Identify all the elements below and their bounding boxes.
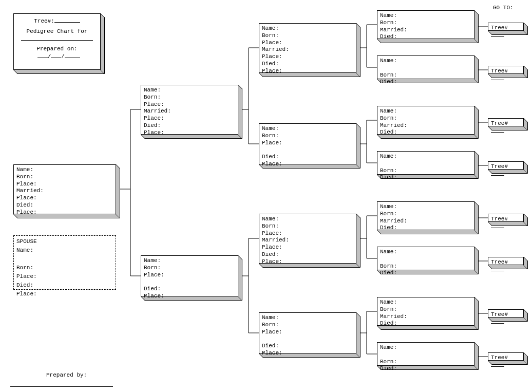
tl8-label: Tree# bbox=[491, 25, 508, 31]
p12-born: Born: bbox=[380, 211, 397, 217]
p6-place2: Place: bbox=[262, 244, 282, 250]
p12-name: Name: bbox=[380, 203, 397, 210]
tl9-label: Tree# bbox=[491, 68, 508, 74]
p3-place2: Place: bbox=[144, 293, 164, 299]
p7-name: Name: bbox=[262, 314, 279, 321]
p10-name: Name: bbox=[380, 108, 397, 114]
tree-link-10: Tree# bbox=[488, 118, 524, 126]
p2-place3: Place: bbox=[144, 129, 164, 136]
person-4-box: Name: Born: Place: Married: Place: Died:… bbox=[259, 23, 356, 73]
person-8-box: Name: Born: Married: Died: bbox=[377, 10, 474, 39]
p4-place3: Place: bbox=[262, 68, 282, 74]
p1-name: Name: bbox=[16, 166, 33, 173]
p4-place2: Place: bbox=[262, 53, 282, 60]
p5-name: Name: bbox=[262, 125, 279, 132]
date-sep-2: / bbox=[61, 53, 65, 60]
p4-born: Born: bbox=[262, 32, 279, 39]
tree-number-label: Tree#: bbox=[34, 18, 54, 24]
p8-name: Name: bbox=[380, 12, 397, 18]
tree-link-9: Tree# bbox=[488, 66, 524, 74]
person-3-box: Name: Born: Place: Died: Place: bbox=[141, 255, 238, 296]
p8-born: Born: bbox=[380, 20, 397, 26]
goto-label: GO TO: bbox=[493, 4, 514, 11]
p6-born: Born: bbox=[262, 223, 279, 229]
tl13-label: Tree# bbox=[491, 259, 508, 265]
prepared-by-line bbox=[10, 386, 113, 387]
person-12-box: Name: Born: Married: Died: bbox=[377, 201, 474, 230]
p14-died: Died: bbox=[380, 320, 397, 326]
tree-link-12: Tree# bbox=[488, 214, 524, 222]
spouse-place1: Place: bbox=[16, 273, 37, 279]
p15-died: Died: bbox=[380, 365, 397, 371]
p5-died: Died: bbox=[262, 154, 279, 160]
title-box: Tree#: Pedigree Chart for Prepared on: /… bbox=[13, 13, 101, 70]
tl14-label: Tree# bbox=[491, 311, 508, 318]
p10-born: Born: bbox=[380, 115, 397, 121]
p11-died: Died: bbox=[380, 174, 397, 180]
spouse-born: Born: bbox=[16, 265, 33, 271]
person-6-box: Name: Born: Place: Married: Place: Died:… bbox=[259, 214, 356, 264]
p7-place2: Place: bbox=[262, 350, 282, 356]
p1-born: Born: bbox=[16, 174, 33, 180]
p3-name: Name: bbox=[144, 257, 161, 264]
spouse-name: Name: bbox=[16, 247, 33, 253]
p3-died: Died: bbox=[144, 286, 161, 292]
spouse-header: SPOUSE bbox=[16, 238, 37, 245]
p7-died: Died: bbox=[262, 343, 279, 349]
person-14-box: Name: Born: Married: Died: bbox=[377, 297, 474, 326]
p1-place2: Place: bbox=[16, 195, 37, 201]
p14-name: Name: bbox=[380, 299, 397, 305]
p9-born: Born: bbox=[380, 72, 397, 78]
tree-link-15: Tree# bbox=[488, 352, 524, 361]
person-13-box: Name: Born: Died: bbox=[377, 247, 474, 270]
p11-born: Born: bbox=[380, 167, 397, 174]
p13-born: Born: bbox=[380, 263, 397, 269]
tl11-label: Tree# bbox=[491, 163, 508, 170]
person-10-box: Name: Born: Married: Died: bbox=[377, 106, 474, 135]
person-15-box: Name: Born: Died: bbox=[377, 342, 474, 366]
p6-place3: Place: bbox=[262, 258, 282, 265]
p4-married: Married: bbox=[262, 46, 289, 52]
pedigree-title: Pedigree Chart for bbox=[16, 28, 98, 35]
p10-married: Married: bbox=[380, 122, 407, 128]
p14-born: Born: bbox=[380, 306, 397, 312]
p2-married: Married: bbox=[144, 108, 171, 114]
p6-name: Name: bbox=[262, 216, 279, 222]
p9-died: Died: bbox=[380, 79, 397, 85]
spouse-box: SPOUSE Name: Born: Place: Died: Place: bbox=[13, 235, 116, 290]
p6-died: Died: bbox=[262, 251, 279, 257]
tree-link-11: Tree# bbox=[488, 161, 524, 170]
prepared-on-label: Prepared on: bbox=[36, 46, 77, 52]
p2-place2: Place: bbox=[144, 115, 164, 121]
tree-link-13: Tree# bbox=[488, 257, 524, 265]
p1-died: Died: bbox=[16, 202, 33, 208]
person-11-box: Name: Born: Died: bbox=[377, 151, 474, 175]
p11-name: Name: bbox=[380, 153, 397, 159]
p5-place1: Place: bbox=[262, 140, 282, 146]
person-1-box: Name: Born: Place: Married: Place: Died:… bbox=[13, 164, 116, 214]
prepared-by-label: Prepared by: bbox=[46, 371, 87, 379]
tree-link-14: Tree# bbox=[488, 309, 524, 318]
p5-born: Born: bbox=[262, 133, 279, 139]
p2-born: Born: bbox=[144, 94, 161, 100]
p1-place1: Place: bbox=[16, 181, 37, 187]
p4-died: Died: bbox=[262, 61, 279, 67]
p15-born: Born: bbox=[380, 359, 397, 365]
p12-married: Married: bbox=[380, 218, 407, 224]
p13-name: Name: bbox=[380, 249, 397, 255]
tl15-label: Tree# bbox=[491, 354, 508, 361]
p4-name: Name: bbox=[262, 25, 279, 31]
person-5-box: Name: Born: Place: Died: Place: bbox=[259, 123, 356, 164]
p12-died: Died: bbox=[380, 225, 397, 231]
p13-died: Died: bbox=[380, 270, 397, 276]
p4-place1: Place: bbox=[262, 40, 282, 46]
p8-married: Married: bbox=[380, 27, 407, 33]
p14-married: Married: bbox=[380, 313, 407, 320]
p10-died: Died: bbox=[380, 129, 397, 135]
tl12-label: Tree# bbox=[491, 216, 508, 222]
p2-died: Died: bbox=[144, 122, 161, 128]
p2-place1: Place: bbox=[144, 101, 164, 107]
person-2-box: Name: Born: Place: Married: Place: Died:… bbox=[141, 85, 238, 135]
p1-married: Married: bbox=[16, 188, 44, 194]
p7-place1: Place: bbox=[262, 329, 282, 335]
